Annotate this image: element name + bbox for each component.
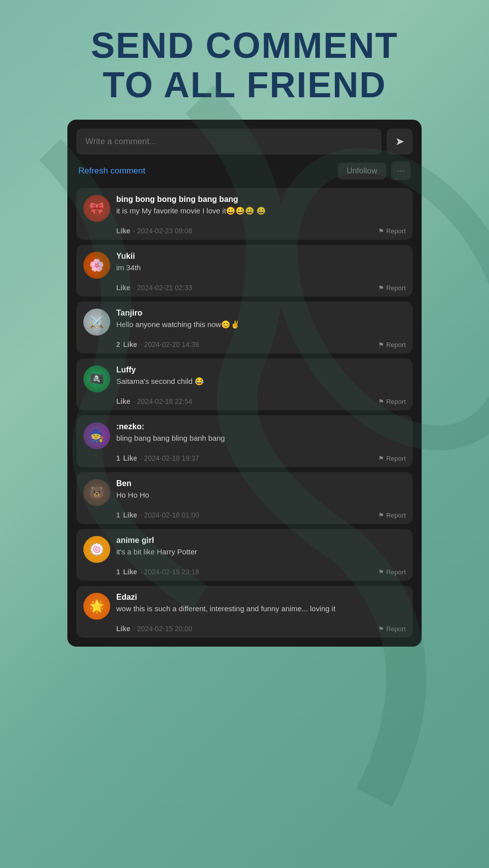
comment-item: 🏴‍☠️ Luffy Saitama's second child 😂 Like… (76, 358, 413, 410)
comment-username: Edazi (116, 593, 406, 602)
comment-timestamp: · 2024-02-21 02:33 (133, 284, 192, 292)
like-section: Like · 2024-02-21 02:33 (116, 284, 192, 292)
flag-icon: ⚑ (378, 512, 384, 519)
report-label: Report (386, 284, 406, 292)
comment-timestamp: · 2024-02-18 22:54 (133, 397, 192, 405)
page-title: SEND COMMENT TO ALL FRIEND (0, 0, 489, 120)
report-button[interactable]: ⚑ Report (378, 227, 406, 235)
action-row: Refresh comment Unfollow ··· (76, 162, 413, 180)
like-section: Like · 2024-02-18 22:54 (116, 397, 192, 405)
comment-item: 🌸 Yukii im 34th Like · 2024-02-21 02:33 … (76, 245, 413, 297)
avatar: 🌸 (83, 252, 110, 279)
comment-text: it is my My favorite movie I love it😀😀😀 … (116, 205, 406, 216)
comment-input[interactable] (76, 129, 382, 155)
comment-text: bling bang bang bling banh bang (116, 433, 406, 443)
title-line2: TO ALL FRIEND (30, 65, 459, 105)
report-label: Report (386, 568, 406, 576)
comment-body: Yukii im 34th (116, 252, 406, 273)
comment-timestamp: · 2024-02-18 19:37 (140, 454, 199, 462)
comment-body: Ben Ho Ho Ho (116, 479, 406, 500)
like-button[interactable]: Like (116, 284, 130, 292)
comment-input-row: ➤ (76, 129, 413, 155)
comment-top: 🌟 Edazi wow this is such a different, in… (83, 593, 406, 620)
report-button[interactable]: ⚑ Report (378, 284, 406, 292)
like-section: 1 Like · 2024-02-15 23:18 (116, 568, 199, 576)
comment-item: 🎀 bing bong bong bing bang bang it is my… (76, 188, 413, 240)
like-button[interactable]: Like (123, 568, 137, 576)
comment-top: 🐻 Ben Ho Ho Ho (83, 479, 406, 506)
comment-item: ⚔️ Tanjiro Hello anyone watching this no… (76, 302, 413, 353)
comment-top: 🧙 :nezko: bling bang bang bling banh ban… (83, 422, 406, 449)
like-section: 1 Like · 2024-02-18 19:37 (116, 454, 199, 462)
like-button[interactable]: Like (123, 454, 137, 462)
comment-username: Tanjiro (116, 309, 406, 318)
title-line1: SEND COMMENT (30, 26, 459, 65)
avatar: ⚔️ (83, 309, 110, 336)
like-section: 2 Like · 2024-02-20 14:38 (116, 341, 199, 348)
flag-icon: ⚑ (378, 455, 384, 462)
comment-username: bing bong bong bing bang bang (116, 195, 406, 204)
avatar: 🐻 (83, 479, 110, 506)
comment-text: im 34th (116, 262, 406, 273)
comment-top: 🎀 bing bong bong bing bang bang it is my… (83, 195, 406, 222)
like-button[interactable]: Like (116, 397, 130, 405)
like-section: 1 Like · 2024-02-16 01:00 (116, 511, 199, 519)
report-button[interactable]: ⚑ Report (378, 625, 406, 633)
comment-timestamp: · 2024-02-15 20:00 (133, 625, 192, 633)
like-section: Like · 2024-02-15 20:00 (116, 625, 192, 633)
report-label: Report (386, 455, 406, 462)
comment-item: 🍥 anime girl it's a bit like Harry Potte… (76, 529, 413, 581)
report-label: Report (386, 341, 406, 348)
like-button[interactable]: Like (116, 625, 130, 633)
send-button[interactable]: ➤ (387, 129, 413, 155)
comment-text: Ho Ho Ho (116, 490, 406, 500)
comment-timestamp: · 2024-02-23 09:08 (133, 227, 192, 235)
comment-footer: 1 Like · 2024-02-15 23:18 ⚑ Report (83, 566, 406, 576)
comment-top: 🏴‍☠️ Luffy Saitama's second child 😂 (83, 365, 406, 392)
comment-timestamp: · 2024-02-16 01:00 (140, 511, 199, 519)
report-button[interactable]: ⚑ Report (378, 568, 406, 576)
comment-username: :nezko: (116, 422, 406, 431)
refresh-comment-button[interactable]: Refresh comment (78, 166, 145, 176)
avatar: 🎀 (83, 195, 110, 222)
comment-footer: 1 Like · 2024-02-16 01:00 ⚑ Report (83, 509, 406, 519)
flag-icon: ⚑ (378, 341, 384, 348)
comment-footer: Like · 2024-02-15 20:00 ⚑ Report (83, 623, 406, 633)
flag-icon: ⚑ (378, 284, 384, 292)
like-button[interactable]: Like (123, 511, 137, 519)
like-button[interactable]: Like (116, 227, 130, 235)
comment-body: Tanjiro Hello anyone watching this now😊✌… (116, 309, 406, 330)
comment-timestamp: · 2024-02-15 23:18 (140, 568, 199, 576)
comment-footer: Like · 2024-02-18 22:54 ⚑ Report (83, 395, 406, 405)
comment-body: bing bong bong bing bang bang it is my M… (116, 195, 406, 216)
report-button[interactable]: ⚑ Report (378, 341, 406, 348)
comment-footer: Like · 2024-02-23 09:08 ⚑ Report (83, 225, 406, 235)
unfollow-button[interactable]: Unfollow (338, 163, 386, 179)
comment-body: :nezko: bling bang bang bling banh bang (116, 422, 406, 443)
avatar: 🏴‍☠️ (83, 365, 110, 392)
flag-icon: ⚑ (378, 398, 384, 405)
comment-item: 🌟 Edazi wow this is such a different, in… (76, 586, 413, 638)
comments-list: 🎀 bing bong bong bing bang bang it is my… (76, 188, 413, 647)
right-actions: Unfollow ··· (338, 162, 411, 180)
comment-body: Edazi wow this is such a different, inte… (116, 593, 406, 614)
report-button[interactable]: ⚑ Report (378, 512, 406, 519)
report-label: Report (386, 398, 406, 405)
report-button[interactable]: ⚑ Report (378, 398, 406, 405)
report-button[interactable]: ⚑ Report (378, 455, 406, 462)
avatar: 🍥 (83, 536, 110, 563)
report-label: Report (386, 512, 406, 519)
comment-footer: Like · 2024-02-21 02:33 ⚑ Report (83, 282, 406, 292)
comment-username: Luffy (116, 365, 406, 374)
comment-username: Ben (116, 479, 406, 488)
comment-text: wow this is such a different, interestin… (116, 603, 406, 614)
like-button[interactable]: Like (123, 341, 137, 348)
avatar: 🌟 (83, 593, 110, 620)
main-card: ➤ Refresh comment Unfollow ··· 🎀 bing bo… (67, 120, 422, 647)
like-section: Like · 2024-02-23 09:08 (116, 227, 192, 235)
report-label: Report (386, 227, 406, 235)
comment-top: 🌸 Yukii im 34th (83, 252, 406, 279)
flag-icon: ⚑ (378, 625, 384, 633)
more-options-button[interactable]: ··· (391, 162, 411, 180)
avatar: 🧙 (83, 422, 110, 449)
